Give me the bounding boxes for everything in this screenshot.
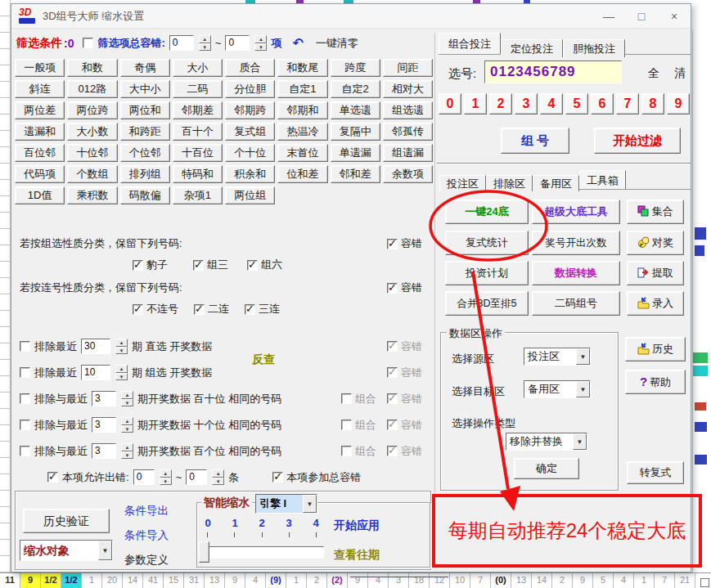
digit-button[interactable]: 4 [540,93,563,114]
exclude-checkbox[interactable] [20,341,30,352]
spinner-up-icon[interactable]: ▲ [212,469,224,478]
invest-plan-button[interactable]: 投资计划 [445,261,529,285]
leopard-checkbox[interactable] [133,260,143,271]
digit-button[interactable]: 5 [565,93,588,114]
tab-dantuo-bet[interactable]: 胆拖投注 [563,39,625,57]
tab-combo-bet[interactable]: 组合投注 [439,33,501,54]
dropdown-arrow-icon[interactable]: ▼ [573,433,587,450]
condition-export-link[interactable]: 条件导出 [124,504,169,518]
filter-type-button[interactable]: 杂项1 [173,186,223,204]
extract-button[interactable]: 提取 [627,261,684,285]
digit-button[interactable]: 9 [667,93,690,114]
two-code-group-button[interactable]: 二码组号 [532,291,620,316]
exclude-period-input[interactable]: 3 [92,391,116,406]
digit-button[interactable]: 3 [515,93,538,114]
exclude-period-input[interactable]: 3 [92,417,116,433]
shrink-level-slider-track[interactable] [201,546,324,559]
filter-type-button[interactable]: 分位胆 [225,80,275,98]
spinner-up-icon[interactable]: ▲ [121,391,133,399]
spinner-down-icon[interactable]: ▼ [254,43,267,52]
engine-combobox[interactable]: 引擎 I ▼ [255,494,317,514]
tolerance-max-spinner[interactable]: ▲▼ [254,35,267,51]
dropdown-arrow-icon[interactable]: ▼ [303,495,317,513]
source-area-combobox[interactable]: 投注区 ▼ [524,348,591,366]
start-filter-button[interactable]: 开始过滤 [594,128,681,154]
filter-type-button[interactable]: 特码和 [173,165,223,183]
filter-type-button[interactable]: 和数尾 [277,59,327,77]
select-all-button[interactable]: 全 [648,66,659,81]
exclude-spinner[interactable]: ▲▼ [115,365,128,380]
join-total-tolerance-checkbox[interactable] [272,472,283,483]
filter-type-button[interactable]: 积余和 [225,165,275,183]
tab-bet-area[interactable]: 投注区 [439,175,486,191]
filter-type-button[interactable]: 复隔中 [331,123,380,141]
data-convert-button[interactable]: 数据转换 [532,261,620,285]
filter-type-button[interactable]: 邻和差 [331,165,380,183]
combine-checkbox-disabled[interactable] [341,420,352,430]
combine-checkbox-disabled[interactable] [341,393,352,404]
filter-type-button[interactable]: 组遗漏 [383,144,433,162]
allow-error-checkbox[interactable] [47,472,58,483]
allow-error-spinner[interactable]: ▲▼ [160,469,172,485]
filter-type-button[interactable]: 排列组 [120,165,170,183]
tolerance-checkbox-disabled[interactable] [387,341,398,352]
group6-checkbox[interactable] [247,260,258,271]
pick-number-input[interactable]: 0123456789 [484,61,622,83]
spinner-down-icon[interactable]: ▼ [115,373,128,381]
shrink-target-combobox[interactable]: 缩水对象 ▼ [20,540,113,561]
tab-backup-area[interactable]: 备用区 [533,175,579,191]
dropdown-arrow-icon[interactable]: ▼ [576,348,590,365]
exclude-spinner[interactable]: ▲▼ [115,339,128,354]
filter-type-button[interactable]: 百位邻 [15,144,65,162]
tolerance-checkbox-disabled[interactable] [387,446,398,456]
filter-type-button[interactable]: 余数项 [383,165,433,183]
view-past-link[interactable]: 查看往期 [334,548,380,563]
maximize-button[interactable]: □ [625,6,658,27]
filter-type-button[interactable]: 自定2 [331,80,380,98]
tolerance-max-input[interactable]: 0 [225,35,250,51]
filter-type-button[interactable]: 个位邻 [120,144,170,162]
filter-type-button[interactable]: 复式组 [225,123,275,141]
collect-button[interactable]: 集合 [627,200,684,224]
to-duplex-button[interactable]: 转复式 [627,461,684,484]
spinner-down-icon[interactable]: ▼ [212,478,224,486]
allow-error-max-input[interactable]: 0 [186,469,207,485]
filter-type-button[interactable]: 代码项 [15,165,65,183]
filter-type-button[interactable]: 组选遗 [383,101,433,119]
confirm-button[interactable]: 确定 [514,458,579,479]
clear-selection-button[interactable]: 清 [674,66,686,81]
exclude-checkbox[interactable] [20,420,30,430]
digit-button[interactable]: 6 [591,93,614,114]
exclude-spinner[interactable]: ▲▼ [121,417,133,433]
one-key-24-button[interactable]: 一键24底 [445,200,529,224]
start-apply-link[interactable]: 开始应用 [334,518,380,533]
spinner-down-icon[interactable]: ▼ [121,451,133,460]
filter-type-button[interactable]: 末首位 [277,144,327,162]
exclude-checkbox[interactable] [20,367,30,378]
filter-type-button[interactable]: 一般项 [15,59,65,77]
spinner-up-icon[interactable]: ▲ [254,35,267,43]
no-serial-checkbox[interactable] [133,304,143,315]
filter-type-button[interactable]: 间距 [383,59,433,77]
check-prize-button[interactable]: 对奖 [627,231,684,255]
super-base-tool-button[interactable]: 超级大底工具 [532,200,620,224]
filter-type-button[interactable]: 十百位 [173,144,223,162]
digit-button[interactable]: 1 [464,93,487,114]
param-define-link[interactable]: 参数定义 [124,553,169,568]
group-tolerance-checkbox[interactable] [387,239,398,249]
filter-type-button[interactable]: 奇偶 [120,59,170,77]
history-button[interactable]: 历史 [625,337,686,361]
exclude-period-input[interactable]: 10 [81,365,110,380]
minimize-button[interactable]: — [592,6,625,27]
digit-button[interactable]: 8 [641,93,664,114]
exclude-spinner[interactable]: ▲▼ [121,391,133,406]
filter-type-button[interactable]: 邻孤传 [383,123,433,141]
spinner-up-icon[interactable]: ▲ [199,35,211,43]
filter-type-button[interactable]: 码散偏 [120,186,170,204]
filter-type-button[interactable]: 邻期跨 [225,101,275,119]
clear-all-button[interactable]: 一键清零 [316,36,358,51]
exclude-checkbox[interactable] [20,446,30,456]
digit-button[interactable]: 2 [489,93,512,114]
serial2-checkbox[interactable] [194,304,205,315]
merge-3d-p5-button[interactable]: 合并3D至排5 [445,291,529,316]
